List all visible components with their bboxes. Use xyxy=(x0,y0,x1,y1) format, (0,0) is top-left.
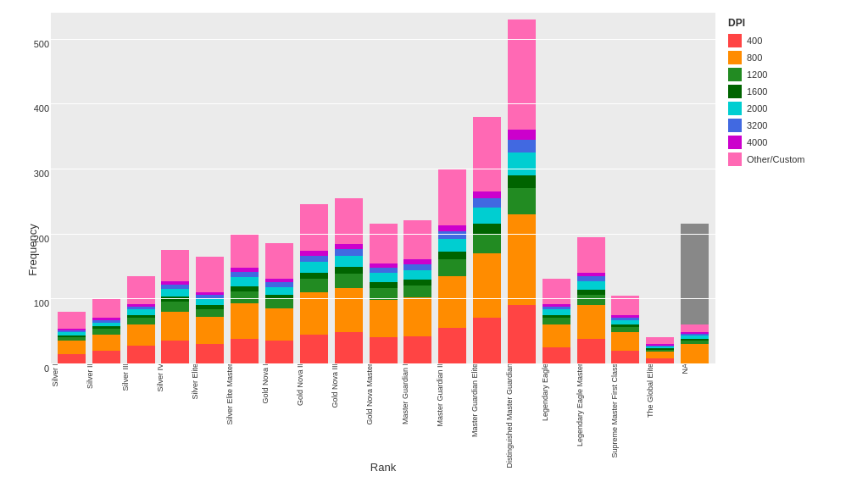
bar-group xyxy=(332,13,365,363)
bar-segment xyxy=(265,287,293,295)
grid-line xyxy=(51,363,715,364)
bar-segment xyxy=(92,351,120,363)
stacked-bar xyxy=(646,337,674,363)
x-label: NA xyxy=(681,363,715,374)
legend-item: 800 xyxy=(728,51,860,64)
bar-group xyxy=(55,13,88,363)
bar-group xyxy=(609,13,643,363)
legend-item: 3200 xyxy=(728,119,860,132)
grid-line xyxy=(51,39,715,40)
bar-segment xyxy=(161,289,189,297)
bar-segment xyxy=(196,317,224,344)
bar-segment xyxy=(403,286,431,297)
bar-segment xyxy=(508,19,536,130)
legend-items: 40080012001600200032004000Other/Custom xyxy=(728,34,860,166)
stacked-bar xyxy=(127,276,155,364)
stacked-bar xyxy=(473,117,501,363)
bar-segment xyxy=(438,239,466,252)
bar-segment xyxy=(438,169,466,225)
legend-title: DPI xyxy=(728,17,860,29)
bar-segment xyxy=(473,234,501,253)
bar-segment xyxy=(403,264,431,270)
bar-group xyxy=(228,13,261,363)
bar-segment xyxy=(508,175,536,188)
bar-segment xyxy=(508,140,536,152)
x-label: Gold Nova I xyxy=(261,363,296,404)
bar-segment xyxy=(542,347,570,363)
bar-group xyxy=(575,13,608,363)
bar-segment xyxy=(335,256,363,267)
legend-label: 1200 xyxy=(747,69,767,80)
legend-color-box xyxy=(728,102,742,115)
stacked-bar xyxy=(300,204,328,363)
bar-segment xyxy=(577,339,605,363)
bar-segment xyxy=(231,234,259,269)
bar-segment xyxy=(473,318,501,363)
bar-segment xyxy=(438,328,466,363)
bar-segment xyxy=(438,252,466,259)
stacked-bar xyxy=(403,220,431,363)
bar-segment xyxy=(300,335,328,364)
grid-line xyxy=(51,234,715,235)
bar-segment xyxy=(58,341,86,353)
bar-segment xyxy=(161,312,189,341)
legend-item: 1600 xyxy=(728,85,860,98)
bar-segment xyxy=(403,270,431,280)
legend-label: 800 xyxy=(747,53,762,63)
bar-segment xyxy=(508,130,536,140)
bar-segment xyxy=(335,198,363,244)
bar-segment xyxy=(196,257,224,292)
legend-color-box xyxy=(728,119,742,132)
bar-segment xyxy=(92,298,120,318)
stacked-bar xyxy=(577,237,605,364)
bar-segment xyxy=(335,274,363,288)
bar-segment xyxy=(370,300,398,337)
x-label: Silver Elite Master xyxy=(225,363,260,425)
stacked-bar xyxy=(335,198,363,364)
bar-segment xyxy=(58,312,86,330)
bar-segment xyxy=(300,279,328,291)
bar-segment xyxy=(231,291,259,303)
bar-segment xyxy=(473,198,501,208)
bar-segment xyxy=(542,324,570,347)
x-label: Silver II xyxy=(86,363,120,389)
bar-group xyxy=(263,13,296,363)
bar-segment xyxy=(438,276,466,328)
x-label: Silver I xyxy=(51,363,86,387)
bar-segment xyxy=(473,191,501,198)
stacked-bar xyxy=(370,224,398,363)
bar-segment xyxy=(577,281,605,289)
bar-segment xyxy=(335,288,363,332)
x-label: Master Guardian I xyxy=(401,363,436,424)
y-tick: 0 xyxy=(17,363,49,374)
legend-color-box xyxy=(728,34,742,47)
bar-segment xyxy=(508,305,536,363)
stacked-bar xyxy=(542,279,570,363)
bar-segment xyxy=(473,253,501,319)
bar-segment xyxy=(231,303,259,339)
bar-segment xyxy=(577,295,605,305)
bar-group xyxy=(90,13,123,363)
bar-segment xyxy=(335,267,363,274)
bar-segment xyxy=(300,262,328,272)
bar-segment xyxy=(231,277,259,286)
bar-segment xyxy=(681,312,709,324)
x-label: Silver Elite xyxy=(191,363,225,400)
x-label: Legendary Eagle xyxy=(541,363,576,421)
bar-segment xyxy=(646,337,674,344)
bar-segment xyxy=(508,214,536,305)
legend-color-box xyxy=(728,68,742,81)
y-tick: 400 xyxy=(17,103,49,114)
bar-segment xyxy=(508,152,536,175)
bar-group xyxy=(505,13,538,363)
x-label: Silver IV xyxy=(156,363,191,392)
x-label: Legendary Eagle Master xyxy=(576,363,610,446)
bar-segment xyxy=(438,225,466,231)
legend: DPI 40080012001600200032004000Other/Cust… xyxy=(728,17,860,169)
bar-segment xyxy=(127,324,155,346)
bar-group xyxy=(401,13,434,363)
bar-segment xyxy=(370,282,398,288)
stacked-bar xyxy=(58,312,86,363)
stacked-bar xyxy=(508,19,536,363)
bar-segment xyxy=(265,341,293,363)
